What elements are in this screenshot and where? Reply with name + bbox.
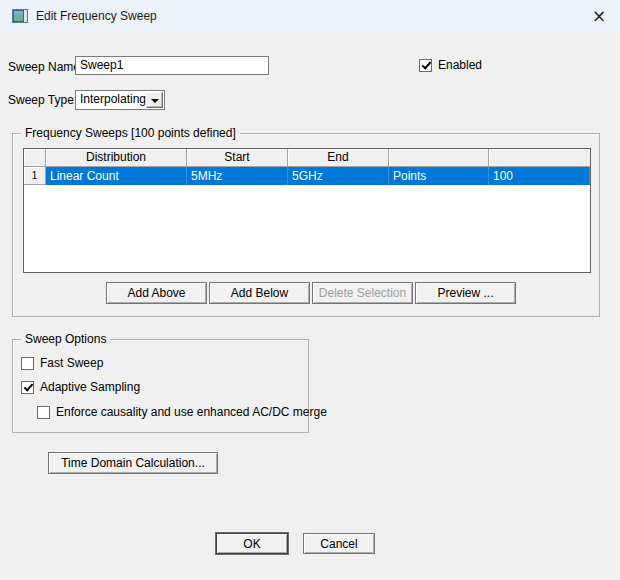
sweep-type-value: Interpolating <box>80 92 146 106</box>
sweep-name-label: Sweep Name: <box>8 60 83 74</box>
cell-distribution[interactable]: Linear Count <box>46 167 187 185</box>
add-above-button[interactable]: Add Above <box>106 282 207 304</box>
sweep-options-group-label: Sweep Options <box>21 332 110 346</box>
app-icon <box>12 8 28 24</box>
enforce-causality-label: Enforce causality and use enhanced AC/DC… <box>56 405 327 419</box>
frequency-sweeps-group: Frequency Sweeps [100 points defined] Di… <box>12 133 600 317</box>
cell-count-value[interactable]: 100 <box>489 167 590 185</box>
edit-frequency-sweep-dialog: Edit Frequency Sweep × Sweep Name: Sweep… <box>0 0 620 580</box>
time-domain-calculation-button[interactable]: Time Domain Calculation... <box>48 452 218 474</box>
sweep-type-label: Sweep Type: <box>8 93 77 107</box>
fast-sweep-checkbox-box[interactable] <box>21 357 34 370</box>
cell-count-type[interactable]: Points <box>389 167 489 185</box>
table-header-end: End <box>288 149 389 167</box>
sweep-options-group: Sweep Options Fast Sweep Adaptive Sampli… <box>12 339 309 433</box>
table-header-start: Start <box>187 149 288 167</box>
preview-button[interactable]: Preview ... <box>415 282 516 304</box>
table-header-blank-2 <box>489 149 590 167</box>
enforce-causality-checkbox-box[interactable] <box>37 406 50 419</box>
table-row[interactable]: 1 Linear Count 5MHz 5GHz Points 100 <box>24 167 590 185</box>
fast-sweep-checkbox[interactable]: Fast Sweep <box>21 356 103 370</box>
sweep-name-input[interactable]: Sweep1 <box>75 56 269 75</box>
delete-selection-button[interactable]: Delete Selection <box>312 282 413 304</box>
adaptive-sampling-label: Adaptive Sampling <box>40 380 140 394</box>
frequency-sweeps-group-label: Frequency Sweeps [100 points defined] <box>21 126 240 140</box>
fast-sweep-label: Fast Sweep <box>40 356 103 370</box>
sweep-type-dropdown[interactable]: Interpolating <box>75 90 165 110</box>
row-number-cell[interactable]: 1 <box>24 167 46 185</box>
cell-end[interactable]: 5GHz <box>288 167 389 185</box>
adaptive-sampling-checkbox[interactable]: Adaptive Sampling <box>21 380 140 394</box>
adaptive-sampling-checkbox-box[interactable] <box>21 381 34 394</box>
add-below-button[interactable]: Add Below <box>209 282 310 304</box>
cancel-button[interactable]: Cancel <box>303 533 375 554</box>
title-bar: Edit Frequency Sweep × <box>0 0 620 31</box>
enabled-checkbox[interactable]: Enabled <box>419 58 482 72</box>
chevron-down-icon <box>151 99 159 103</box>
dropdown-button[interactable] <box>146 92 163 108</box>
table-header-distribution: Distribution <box>46 149 187 167</box>
enforce-causality-checkbox[interactable]: Enforce causality and use enhanced AC/DC… <box>37 405 327 419</box>
table-header-corner <box>24 149 46 167</box>
close-icon[interactable]: × <box>582 2 616 29</box>
dialog-title: Edit Frequency Sweep <box>36 9 157 23</box>
enabled-checkbox-box[interactable] <box>419 59 432 72</box>
table-header-blank-1 <box>389 149 489 167</box>
frequency-sweeps-table[interactable]: Distribution Start End 1 Linear Count 5M… <box>23 148 591 273</box>
enabled-checkbox-label: Enabled <box>438 58 482 72</box>
cell-start[interactable]: 5MHz <box>187 167 288 185</box>
ok-button[interactable]: OK <box>216 533 288 554</box>
table-header-row: Distribution Start End <box>24 149 590 167</box>
